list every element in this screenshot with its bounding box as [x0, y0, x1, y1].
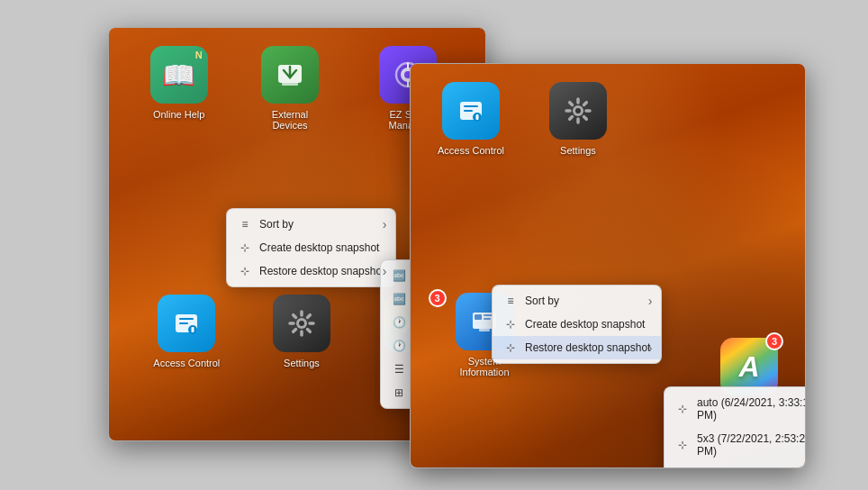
svg-line-34 [583, 103, 586, 105]
snapshot-icon-2: ⊹ [675, 439, 690, 451]
icon-online-help[interactable]: 📖 N Online Help [150, 46, 208, 131]
menu-restore-snapshot-label-right: Restore desktop snapshot [525, 341, 650, 354]
svg-line-33 [583, 117, 586, 120]
snapshot-auto-label: auto (6/24/2021, 3:33:15 PM) [697, 396, 806, 422]
icon-settings-right[interactable]: Settings [549, 82, 607, 156]
artstudio-badge-left: 3 [429, 289, 447, 307]
svg-point-12 [299, 321, 304, 326]
menu-restore-snapshot-label-left: Restore desktop snapshot [259, 265, 384, 277]
menu-create-snapshot-label-left: Create desktop snapshot [259, 241, 379, 254]
access-ctrl-right-svg [453, 93, 489, 129]
snapshot-5x3-label: 5x3 (7/22/2021, 2:53:24 PM) [697, 432, 806, 458]
svg-rect-38 [475, 314, 482, 320]
icon-external-devices[interactable]: External Devices [254, 46, 326, 131]
external-devices-icon-img [261, 46, 319, 104]
sort-arrange-icon: ⊞ [392, 386, 406, 399]
svg-line-17 [294, 315, 296, 318]
svg-rect-2 [282, 83, 298, 86]
svg-rect-40 [484, 318, 491, 320]
svg-line-20 [294, 330, 296, 332]
sort-icon-right: ≡ [503, 295, 518, 307]
menu-create-snapshot-right[interactable]: ⊹ Create desktop snapshot [493, 313, 661, 336]
svg-rect-23 [464, 110, 473, 112]
sort-icon-left: ≡ [238, 218, 252, 231]
settings-gear-svg-right [560, 93, 596, 129]
menu-restore-snapshot-right[interactable]: ⊹ Restore desktop snapshot ⊹ auto (6/24/… [493, 336, 661, 359]
snapshot-5x3[interactable]: ⊹ 5x3 (7/22/2021, 2:53:24 PM) [665, 427, 806, 463]
sort-time-icon1: 🕐 [392, 316, 406, 329]
artstudio-letter-right: A [738, 350, 759, 384]
settings-gear-svg [284, 305, 320, 341]
svg-rect-8 [179, 322, 188, 324]
svg-rect-25 [475, 114, 478, 120]
menu-sort-by-label-right: Sort by [525, 295, 559, 307]
svg-point-27 [575, 108, 581, 113]
external-devices-label: External Devices [254, 109, 326, 131]
online-help-icon-img: 📖 N [150, 46, 208, 104]
snapshot-icon-1: ⊹ [675, 403, 690, 415]
access-control-label-right: Access Control [438, 145, 504, 156]
menu-sort-by-left[interactable]: ≡ Sort by [227, 213, 395, 236]
snapshot-auto[interactable]: ⊹ auto (6/24/2021, 3:33:15 PM) [665, 391, 806, 427]
sort-az-icon: 🔤 [392, 269, 406, 282]
svg-rect-7 [179, 318, 194, 320]
menu-restore-snapshot-left[interactable]: ⊹ Restore desktop snapshot 🔤 Name(a-z) 🔤… [227, 259, 395, 283]
menu-create-snapshot-label-right: Create desktop snapshot [525, 318, 645, 331]
window-right: Access Control [410, 63, 806, 468]
access-control-svg [168, 305, 204, 341]
access-control-label-left: Access Control [153, 358, 220, 368]
restore-snapshot-icon-left: ⊹ [238, 265, 252, 277]
book-emoji: 📖 [162, 59, 195, 91]
settings-icon-img-right [549, 82, 607, 140]
create-snapshot-icon-right: ⊹ [503, 318, 518, 331]
icon-access-control-left[interactable]: Access Control [153, 295, 220, 368]
online-help-label: Online Help [153, 109, 204, 120]
svg-line-18 [307, 330, 310, 332]
scene: 📖 N Online Help [0, 0, 868, 490]
context-menu-right: ≡ Sort by ⊹ Create desktop snapshot ⊹ Re… [492, 285, 662, 364]
compass-n: N [195, 50, 203, 60]
icon-settings-left[interactable]: Settings [273, 295, 330, 368]
restore-snapshot-icon-right: ⊹ [503, 341, 518, 354]
sort-time-icon2: 🕐 [392, 340, 406, 352]
external-devices-svg [273, 58, 307, 92]
snapshot-6x3[interactable]: ⊹ 6x3 (7/22/2021, 2:53:14 PM) [665, 463, 806, 468]
svg-rect-10 [192, 327, 194, 332]
create-snapshot-icon-left: ⊹ [238, 241, 252, 254]
icon-access-control-right[interactable]: Access Control [438, 82, 504, 156]
access-control-icon-img-right [442, 82, 500, 140]
sort-item-icon: ☰ [392, 363, 406, 376]
menu-create-snapshot-left[interactable]: ⊹ Create desktop snapshot [227, 236, 395, 259]
access-control-icon-img-left [158, 295, 215, 352]
settings-icon-img-left [273, 295, 330, 352]
desktop-background-right: Access Control [411, 64, 805, 467]
artstudio-badge-right: 3 [765, 332, 783, 350]
svg-line-32 [570, 103, 573, 105]
menu-sort-by-right[interactable]: ≡ Sort by [493, 289, 661, 313]
svg-line-35 [570, 117, 573, 120]
settings-label-left: Settings [284, 358, 320, 368]
context-menu-left: ≡ Sort by ⊹ Create desktop snapshot ⊹ Re… [226, 208, 396, 287]
sort-za-icon: 🔤 [392, 293, 406, 305]
settings-label-right: Settings [560, 145, 596, 156]
svg-rect-37 [479, 329, 490, 331]
svg-rect-22 [464, 105, 478, 107]
svg-line-19 [307, 315, 310, 318]
menu-sort-by-label-left: Sort by [259, 218, 294, 231]
snapshot-submenu-right: ⊹ auto (6/24/2021, 3:33:15 PM) ⊹ 5x3 (7/… [664, 386, 806, 468]
right-icons-top: Access Control [438, 82, 607, 156]
